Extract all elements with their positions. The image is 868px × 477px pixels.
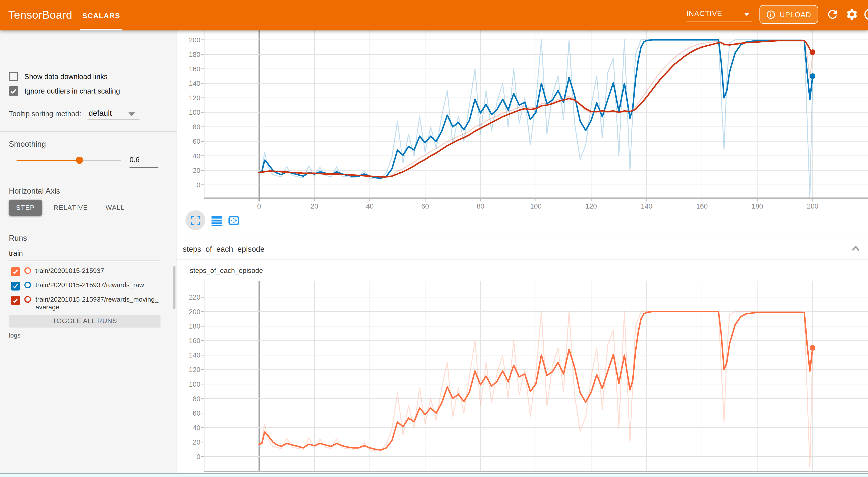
upload-button-label: UPLOAD — [780, 10, 811, 19]
tab-scalars[interactable]: SCALARS — [79, 0, 124, 30]
smoothing-slider[interactable] — [17, 157, 121, 164]
svg-text:40: 40 — [193, 152, 200, 160]
chart-toolbar — [185, 209, 240, 231]
horizontal-axis-label: Horizontal Axis — [9, 186, 60, 195]
show-download-links-checkbox[interactable]: Show data download links — [9, 72, 107, 81]
help-icon[interactable] — [864, 8, 868, 21]
svg-text:180: 180 — [189, 322, 200, 330]
tensorboard-app: TensorBoard SCALARS INACTIVE UPLOAD — [0, 0, 868, 477]
svg-text:200: 200 — [189, 36, 200, 44]
svg-text:160: 160 — [189, 337, 200, 345]
svg-text:180: 180 — [751, 202, 763, 210]
run-row[interactable]: train/20201015-215937/rewards_raw — [11, 281, 166, 291]
gear-icon[interactable] — [845, 8, 859, 21]
svg-text:20: 20 — [193, 438, 200, 446]
ignore-outliers-checkbox[interactable]: Ignore outliers in chart scaling — [9, 86, 120, 96]
horizontal-axis-button-group: STEP RELATIVE WALL — [9, 200, 132, 216]
fit-data-icon[interactable] — [227, 214, 240, 226]
svg-text:20: 20 — [310, 202, 318, 210]
sidebar-scrollbar[interactable] — [173, 266, 176, 309]
chart-card-title: steps_of_each_episode — [190, 267, 263, 275]
expand-icon[interactable] — [185, 210, 206, 230]
slider-knob[interactable] — [75, 157, 83, 164]
upload-button[interactable]: UPLOAD — [760, 5, 818, 24]
svg-text:140: 140 — [189, 80, 200, 87]
app-header: TensorBoard SCALARS INACTIVE UPLOAD — [0, 0, 868, 30]
svg-text:220: 220 — [189, 293, 200, 301]
chevron-down-icon[interactable] — [128, 112, 135, 116]
svg-text:80: 80 — [193, 123, 200, 131]
status-dropdown-value: INACTIVE — [686, 8, 752, 20]
run-color-swatch-icon[interactable] — [25, 267, 31, 274]
scalars-dashboard: 0204060801001201401601802000204060801001… — [177, 30, 868, 477]
svg-text:100: 100 — [530, 202, 541, 210]
rewards-chart[interactable]: 0204060801001201401601802000204060801001… — [177, 30, 868, 216]
checkbox-unchecked-icon — [9, 72, 18, 81]
toggle-all-runs-button[interactable]: TOGGLE ALL RUNS — [9, 315, 160, 327]
svg-text:140: 140 — [641, 202, 652, 210]
axis-step-button[interactable]: STEP — [9, 200, 42, 216]
svg-text:20: 20 — [193, 167, 200, 174]
smoothing-label: Smoothing — [9, 139, 46, 148]
svg-text:0: 0 — [197, 181, 200, 189]
chevron-down-icon — [744, 13, 749, 16]
status-dropdown[interactable]: INACTIVE — [686, 8, 752, 22]
list-icon[interactable] — [210, 214, 223, 226]
run-color-swatch-icon[interactable] — [25, 282, 31, 288]
steps-of-each-episode-chart[interactable]: 020406080100120140160180200220 — [177, 281, 868, 474]
svg-text:60: 60 — [421, 202, 429, 210]
section-header-steps-of-each-episode[interactable]: steps_of_each_episode — [177, 237, 868, 260]
checkbox-checked-icon — [9, 86, 18, 96]
svg-text:180: 180 — [189, 51, 200, 58]
svg-text:0: 0 — [197, 453, 200, 460]
axis-relative-button[interactable]: RELATIVE — [46, 200, 95, 216]
run-checkbox-icon[interactable] — [11, 296, 20, 305]
svg-text:120: 120 — [586, 202, 597, 210]
svg-text:80: 80 — [193, 395, 200, 403]
tooltip-sorting-select[interactable]: default — [89, 108, 112, 117]
svg-text:200: 200 — [189, 308, 200, 316]
svg-text:120: 120 — [189, 94, 200, 102]
refresh-icon[interactable] — [826, 8, 839, 21]
svg-text:140: 140 — [189, 351, 200, 359]
smoothing-value-input[interactable]: 0.6 — [129, 155, 158, 164]
tooltip-sorting-label: Tooltip sorting method: — [9, 109, 81, 118]
svg-text:100: 100 — [189, 380, 200, 388]
svg-text:160: 160 — [189, 65, 200, 73]
chevron-up-icon[interactable] — [851, 246, 860, 251]
run-row[interactable]: train/20201015-215937/rewards_moving_ave… — [11, 295, 166, 311]
svg-text:0: 0 — [257, 202, 261, 210]
svg-text:100: 100 — [189, 108, 200, 116]
runs-label: Runs — [9, 233, 27, 242]
svg-text:120: 120 — [189, 366, 200, 374]
svg-text:80: 80 — [477, 202, 485, 210]
run-row[interactable]: train/20201015-215937 — [11, 267, 166, 276]
runs-filter-input[interactable]: train — [9, 249, 160, 257]
svg-text:60: 60 — [193, 409, 200, 417]
svg-text:160: 160 — [696, 202, 708, 210]
svg-text:200: 200 — [807, 202, 818, 210]
axis-wall-button[interactable]: WALL — [98, 200, 132, 216]
svg-text:40: 40 — [366, 202, 374, 210]
bottom-tooltip-strip — [0, 473, 868, 477]
settings-sidebar: Show data download links Ignore outliers… — [0, 30, 177, 477]
run-checkbox-icon[interactable] — [11, 267, 20, 276]
run-color-swatch-icon[interactable] — [25, 296, 31, 303]
run-checkbox-icon[interactable] — [11, 282, 20, 290]
info-icon — [767, 10, 776, 19]
section-title: steps_of_each_episode — [183, 245, 265, 253]
svg-text:40: 40 — [193, 424, 200, 432]
svg-text:60: 60 — [193, 137, 200, 145]
app-title[interactable]: TensorBoard — [8, 0, 72, 30]
logs-label: logs — [9, 332, 21, 339]
